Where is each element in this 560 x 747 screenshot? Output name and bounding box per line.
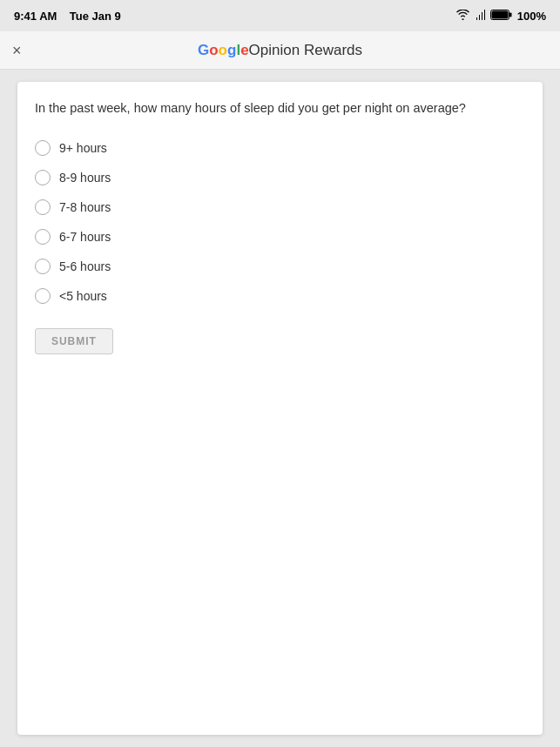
radio-circle bbox=[35, 140, 51, 156]
toolbar: × Google Opinion Rewards bbox=[0, 31, 560, 70]
svg-rect-6 bbox=[491, 10, 508, 18]
radio-circle bbox=[35, 170, 51, 185]
submit-button[interactable]: SUBMIT bbox=[35, 328, 113, 354]
svg-marker-3 bbox=[476, 17, 477, 20]
status-time: 9:41 AM bbox=[14, 10, 57, 23]
survey-question: In the past week, how many hours of slee… bbox=[35, 99, 525, 118]
option-item[interactable]: <5 hours bbox=[35, 281, 525, 311]
status-indicators: 100% bbox=[456, 10, 546, 23]
status-date: Tue Jan 9 bbox=[70, 10, 121, 23]
app-title: Google Opinion Rewards bbox=[198, 42, 362, 59]
survey-card: In the past week, how many hours of slee… bbox=[17, 82, 543, 735]
status-time-date: 9:41 AM Tue Jan 9 bbox=[14, 10, 121, 23]
status-bar: 9:41 AM Tue Jan 9 bbox=[0, 0, 560, 31]
google-wordmark: Google bbox=[198, 42, 249, 59]
option-item[interactable]: 9+ hours bbox=[35, 133, 525, 163]
radio-circle bbox=[35, 288, 51, 304]
radio-circle bbox=[35, 199, 51, 215]
option-item[interactable]: 7-8 hours bbox=[35, 192, 525, 222]
radio-circle bbox=[35, 259, 51, 274]
radio-circle bbox=[35, 229, 51, 245]
close-button[interactable]: × bbox=[12, 43, 22, 58]
svg-marker-2 bbox=[479, 15, 480, 20]
option-label: 9+ hours bbox=[59, 141, 107, 155]
svg-rect-5 bbox=[509, 12, 512, 17]
option-item[interactable]: 6-7 hours bbox=[35, 222, 525, 252]
wifi-icon bbox=[456, 10, 469, 23]
option-label: 8-9 hours bbox=[59, 171, 111, 185]
svg-marker-0 bbox=[484, 10, 485, 20]
option-label: <5 hours bbox=[59, 289, 107, 303]
battery-percent: 100% bbox=[517, 10, 546, 23]
signal-icon bbox=[475, 10, 485, 23]
svg-marker-1 bbox=[482, 12, 482, 20]
option-label: 6-7 hours bbox=[59, 230, 111, 244]
main-content: In the past week, how many hours of slee… bbox=[0, 70, 560, 747]
battery-icon bbox=[490, 10, 512, 23]
survey-options: 9+ hours8-9 hours7-8 hours6-7 hours5-6 h… bbox=[35, 133, 525, 311]
option-label: 7-8 hours bbox=[59, 200, 111, 214]
option-label: 5-6 hours bbox=[59, 259, 111, 273]
option-item[interactable]: 8-9 hours bbox=[35, 163, 525, 192]
app-name-suffix: Opinion Rewards bbox=[249, 42, 362, 59]
option-item[interactable]: 5-6 hours bbox=[35, 252, 525, 281]
